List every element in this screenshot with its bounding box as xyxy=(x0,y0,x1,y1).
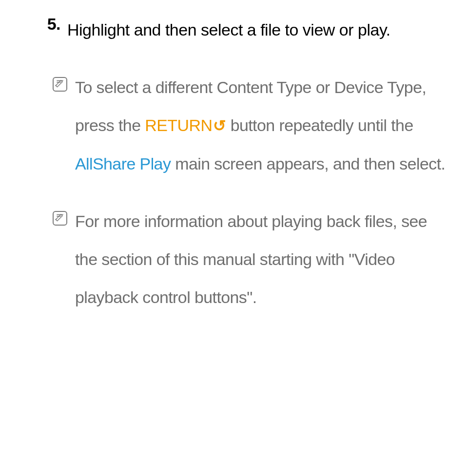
note-icon xyxy=(53,211,67,226)
note-text: main screen appears, and then select. xyxy=(171,154,445,173)
note-icon-col xyxy=(14,202,75,226)
return-label: RETURN xyxy=(145,116,212,134)
note-1: To select a different Content Type or De… xyxy=(14,68,451,183)
note-2: For more information about playing back … xyxy=(14,202,451,317)
step-5: 5. Highlight and then select a file to v… xyxy=(14,11,451,49)
return-undo-icon: ↺ xyxy=(213,108,226,144)
note-body-1: To select a different Content Type or De… xyxy=(75,68,451,183)
note-icon xyxy=(53,77,67,92)
step-number: 5. xyxy=(14,11,67,37)
manual-page: 5. Highlight and then select a file to v… xyxy=(0,0,465,316)
note-text: button repeatedly until the xyxy=(226,116,413,134)
note-body-2: For more information about playing back … xyxy=(75,202,451,317)
allshare-play-label: AllShare Play xyxy=(75,154,171,173)
note-text: For more information about playing back … xyxy=(75,212,427,306)
step-text: Highlight and then select a file to view… xyxy=(67,11,451,49)
note-icon-col xyxy=(14,68,75,92)
